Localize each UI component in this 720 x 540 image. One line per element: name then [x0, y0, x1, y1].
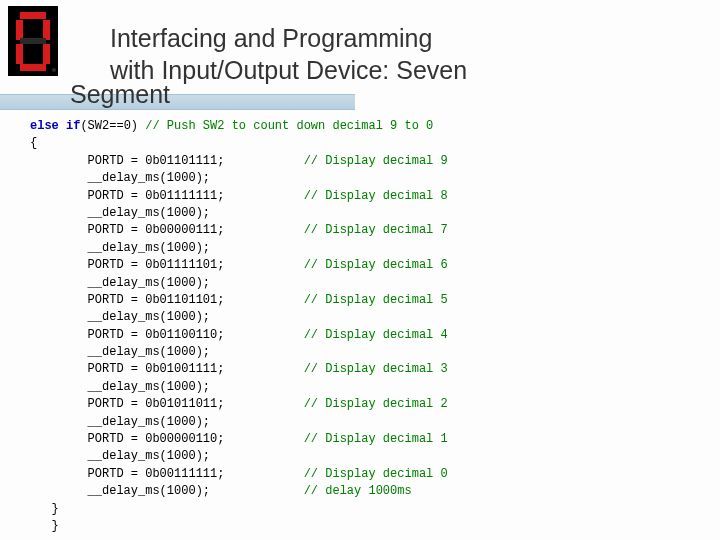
code-open-brace: {	[30, 135, 448, 152]
code-stmt: __delay_ms(1000);	[30, 276, 210, 290]
code-comment: // Display decimal 8	[304, 189, 448, 203]
code-line: __delay_ms(1000);	[30, 344, 448, 361]
code-comment: // Display decimal 6	[304, 258, 448, 272]
code-line: PORTD = 0b01100110; // Display decimal 4	[30, 327, 448, 344]
code-stmt: PORTD = 0b00111111;	[30, 467, 304, 481]
keyword-else-if: else if	[30, 119, 80, 133]
code-stmt: __delay_ms(1000);	[30, 380, 210, 394]
code-line: PORTD = 0b01111101; // Display decimal 6	[30, 257, 448, 274]
code-line: PORTD = 0b01001111; // Display decimal 3	[30, 361, 448, 378]
seven-segment-icon	[8, 6, 58, 76]
code-stmt: __delay_ms(1000);	[30, 206, 210, 220]
code-line: PORTD = 0b00000111; // Display decimal 7	[30, 222, 448, 239]
code-stmt: PORTD = 0b01011011;	[30, 397, 304, 411]
svg-rect-6	[43, 44, 50, 64]
svg-rect-3	[43, 20, 50, 40]
code-line: __delay_ms(1000);	[30, 448, 448, 465]
svg-rect-4	[20, 38, 46, 44]
code-comment: // Display decimal 2	[304, 397, 448, 411]
code-stmt: PORTD = 0b00000110;	[30, 432, 304, 446]
code-stmt: __delay_ms(1000);	[30, 310, 210, 324]
code-close-brace-1: }	[30, 501, 448, 518]
code-comment: // Display decimal 3	[304, 362, 448, 376]
code-line: PORTD = 0b01111111; // Display decimal 8	[30, 188, 448, 205]
title-line-3: Segment	[70, 80, 170, 109]
code-line: __delay_ms(1000);	[30, 240, 448, 257]
code-stmt: PORTD = 0b01101101;	[30, 293, 304, 307]
code-line: __delay_ms(1000);	[30, 275, 448, 292]
code-line: __delay_ms(1000); // delay 1000ms	[30, 483, 448, 500]
code-line: __delay_ms(1000);	[30, 170, 448, 187]
code-line: __delay_ms(1000);	[30, 414, 448, 431]
slide-title: Interfacing and Programming with Input/O…	[110, 10, 720, 86]
code-line: __delay_ms(1000);	[30, 205, 448, 222]
code-stmt: PORTD = 0b01001111;	[30, 362, 304, 376]
code-stmt: PORTD = 0b01111101;	[30, 258, 304, 272]
code-comment-head: // Push SW2 to count down decimal 9 to 0	[138, 119, 433, 133]
code-comment: // Display decimal 5	[304, 293, 448, 307]
svg-rect-5	[16, 44, 23, 64]
code-line: PORTD = 0b01011011; // Display decimal 2	[30, 396, 448, 413]
code-comment: // Display decimal 0	[304, 467, 448, 481]
code-stmt: __delay_ms(1000);	[30, 241, 210, 255]
code-comment: // delay 1000ms	[304, 484, 412, 498]
code-line: __delay_ms(1000);	[30, 379, 448, 396]
title-line-1: Interfacing and Programming	[110, 24, 432, 52]
code-line: PORTD = 0b00111111; // Display decimal 0	[30, 466, 448, 483]
code-stmt: __delay_ms(1000);	[30, 171, 210, 185]
slide-header: Interfacing and Programming with Input/O…	[0, 0, 720, 86]
code-comment: // Display decimal 4	[304, 328, 448, 342]
code-comment: // Display decimal 7	[304, 223, 448, 237]
code-stmt: __delay_ms(1000);	[30, 449, 210, 463]
title-accent-bar	[0, 94, 355, 110]
code-stmt: __delay_ms(1000);	[30, 484, 304, 498]
code-comment: // Display decimal 9	[304, 154, 448, 168]
code-close-brace-2: }	[30, 518, 448, 535]
svg-rect-1	[20, 12, 46, 19]
code-line: __delay_ms(1000);	[30, 309, 448, 326]
code-line: PORTD = 0b01101111; // Display decimal 9	[30, 153, 448, 170]
code-line: PORTD = 0b00000110; // Display decimal 1	[30, 431, 448, 448]
svg-rect-2	[16, 20, 23, 40]
code-stmt: __delay_ms(1000);	[30, 345, 210, 359]
code-listing: else if(SW2==0) // Push SW2 to count dow…	[30, 118, 448, 535]
code-stmt: PORTD = 0b01100110;	[30, 328, 304, 342]
svg-point-8	[52, 68, 56, 72]
code-stmt: PORTD = 0b01101111;	[30, 154, 304, 168]
code-stmt: PORTD = 0b01111111;	[30, 189, 304, 203]
svg-rect-7	[20, 64, 46, 71]
code-stmt: PORTD = 0b00000111;	[30, 223, 304, 237]
code-stmt: __delay_ms(1000);	[30, 415, 210, 429]
code-line: PORTD = 0b01101101; // Display decimal 5	[30, 292, 448, 309]
code-comment: // Display decimal 1	[304, 432, 448, 446]
code-condition: (SW2==0)	[80, 119, 138, 133]
